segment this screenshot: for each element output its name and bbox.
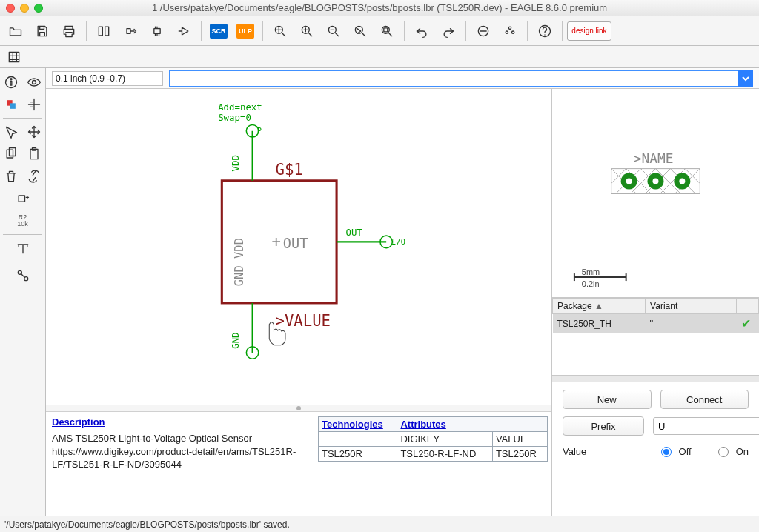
connect-tool[interactable] bbox=[0, 265, 45, 287]
value-on-radio[interactable] bbox=[718, 447, 729, 457]
stop-button[interactable] bbox=[471, 19, 496, 43]
zoom-window-icon[interactable] bbox=[34, 4, 43, 13]
out-pin-type: I/O bbox=[391, 237, 405, 246]
value-toggle-label: Value bbox=[563, 446, 586, 457]
svg-point-8 bbox=[512, 31, 514, 33]
command-input[interactable] bbox=[169, 70, 738, 87]
show-tool[interactable] bbox=[23, 71, 46, 93]
svg-point-51 bbox=[679, 179, 685, 184]
coord-command-row: 0.1 inch (0.9 -0.7) bbox=[46, 68, 759, 89]
svg-rect-16 bbox=[10, 103, 16, 109]
redo-button[interactable] bbox=[436, 19, 461, 43]
window-title: 1 /Users/patakye/Documents/eagle/BLOGPOS… bbox=[0, 2, 759, 13]
run-ulp-button[interactable]: ULP bbox=[233, 19, 258, 43]
package-button[interactable] bbox=[145, 19, 170, 43]
titlebar: 1 /Users/patakye/Documents/eagle/BLOGPOS… bbox=[0, 0, 759, 16]
run-scr-button[interactable]: SCR bbox=[206, 19, 231, 43]
left-tool-palette: R210k bbox=[0, 68, 46, 516]
prefix-input[interactable] bbox=[653, 417, 759, 435]
value-off-radio[interactable] bbox=[661, 447, 672, 457]
design-link-button[interactable]: design link bbox=[567, 21, 611, 41]
gate-label: G$1 bbox=[276, 161, 303, 179]
pad-icon bbox=[621, 173, 637, 190]
symbol-button[interactable] bbox=[171, 19, 196, 43]
pkg-row[interactable]: TSL250R_TH '' ✔ bbox=[553, 314, 759, 333]
status-bar: '/Users/patakye/Documents/eagle/BLOGPOST… bbox=[0, 516, 759, 532]
pkg-header-package[interactable]: Package bbox=[557, 301, 592, 311]
value-off-label: Off bbox=[679, 446, 692, 457]
pad-icon bbox=[648, 173, 664, 190]
go-button[interactable] bbox=[497, 19, 523, 43]
save-button[interactable] bbox=[30, 19, 55, 43]
minimize-window-icon[interactable] bbox=[20, 4, 29, 13]
delete-tool[interactable] bbox=[0, 165, 23, 187]
svg-point-7 bbox=[506, 31, 508, 33]
right-sidebar: >NAME bbox=[551, 89, 759, 516]
device-button[interactable] bbox=[118, 19, 143, 43]
svg-point-47 bbox=[626, 179, 632, 184]
print-button[interactable] bbox=[56, 19, 82, 43]
change-tool[interactable] bbox=[23, 165, 46, 187]
svg-text:+: + bbox=[271, 233, 280, 250]
svg-rect-12 bbox=[10, 81, 12, 85]
layers-tool[interactable] bbox=[0, 93, 23, 116]
svg-rect-18 bbox=[10, 148, 16, 156]
svg-point-9 bbox=[508, 27, 511, 29]
tech-row[interactable]: TSL250R TSL250-R-LF-ND TSL250R bbox=[319, 447, 548, 462]
value-on-label: On bbox=[736, 446, 749, 457]
prefix-button[interactable]: Prefix bbox=[563, 416, 644, 436]
mark-tool[interactable] bbox=[23, 93, 46, 116]
library-button[interactable] bbox=[91, 19, 116, 43]
technologies-table: Technologies Attributes DIGIKEY VALUE TS… bbox=[318, 416, 548, 462]
svg-point-4 bbox=[382, 26, 389, 33]
help-button[interactable] bbox=[532, 19, 557, 43]
zoom-select-button[interactable] bbox=[374, 19, 400, 43]
check-icon: ✔ bbox=[737, 314, 759, 333]
gnd-pin-label: GND bbox=[231, 332, 241, 348]
pad-icon bbox=[674, 173, 690, 190]
svg-point-14 bbox=[32, 81, 36, 84]
attr-col-digikey: DIGIKEY bbox=[397, 432, 492, 447]
attr-header[interactable]: Attributes bbox=[397, 417, 548, 432]
command-history-dropdown[interactable] bbox=[738, 70, 753, 87]
svg-rect-17 bbox=[7, 150, 13, 158]
grid-button[interactable] bbox=[3, 47, 25, 67]
out-pin-label: OUT bbox=[345, 227, 362, 238]
add-label: Add=next bbox=[218, 102, 262, 113]
text-tool[interactable] bbox=[0, 237, 45, 259]
description-heading[interactable]: Description bbox=[52, 416, 105, 428]
zoom-redraw-button[interactable] bbox=[348, 19, 373, 43]
new-button[interactable]: New bbox=[563, 390, 652, 409]
svg-text:P: P bbox=[257, 126, 262, 135]
copy-tool[interactable] bbox=[0, 143, 23, 165]
add-tool[interactable] bbox=[0, 187, 45, 210]
open-button[interactable] bbox=[3, 19, 28, 43]
connect-button[interactable]: Connect bbox=[660, 390, 749, 409]
description-body: AMS TSL250R Light-to-Voltage Optical Sen… bbox=[52, 432, 312, 471]
zoom-in-button[interactable] bbox=[294, 19, 319, 43]
svg-point-13 bbox=[10, 79, 12, 80]
horizontal-scrollbar[interactable] bbox=[552, 375, 759, 382]
close-window-icon[interactable] bbox=[6, 4, 15, 13]
zoom-fit-button[interactable] bbox=[268, 19, 293, 43]
package-preview[interactable]: >NAME bbox=[552, 89, 759, 298]
info-tool[interactable] bbox=[0, 71, 23, 93]
vertical-splitter[interactable] bbox=[46, 405, 551, 412]
params-toolbar bbox=[0, 46, 759, 68]
vdd-pin-label: VDD bbox=[231, 155, 241, 171]
paste-tool[interactable] bbox=[23, 143, 46, 165]
main-toolbar: SCR ULP design link bbox=[0, 16, 759, 46]
description-pane: Description AMS TSL250R Light-to-Voltage… bbox=[46, 412, 318, 516]
swap-label: Swap=0 bbox=[218, 113, 251, 123]
value-label: >VALUE bbox=[276, 312, 331, 330]
undo-button[interactable] bbox=[409, 19, 434, 43]
pkg-name-label: >NAME bbox=[634, 150, 674, 166]
drag-tool[interactable] bbox=[23, 121, 46, 143]
zoom-out-button[interactable] bbox=[321, 19, 346, 43]
move-tool[interactable] bbox=[0, 121, 23, 143]
schematic-canvas[interactable]: G$1 >VALUE GND VDD + OUT Add=next Swap=0 bbox=[46, 89, 551, 405]
tech-header[interactable]: Technologies bbox=[319, 417, 397, 432]
pkg-header-variant[interactable]: Variant bbox=[646, 299, 737, 314]
name-tool[interactable]: R210k bbox=[0, 210, 45, 232]
inside-pins-label: GND VDD bbox=[233, 238, 246, 286]
